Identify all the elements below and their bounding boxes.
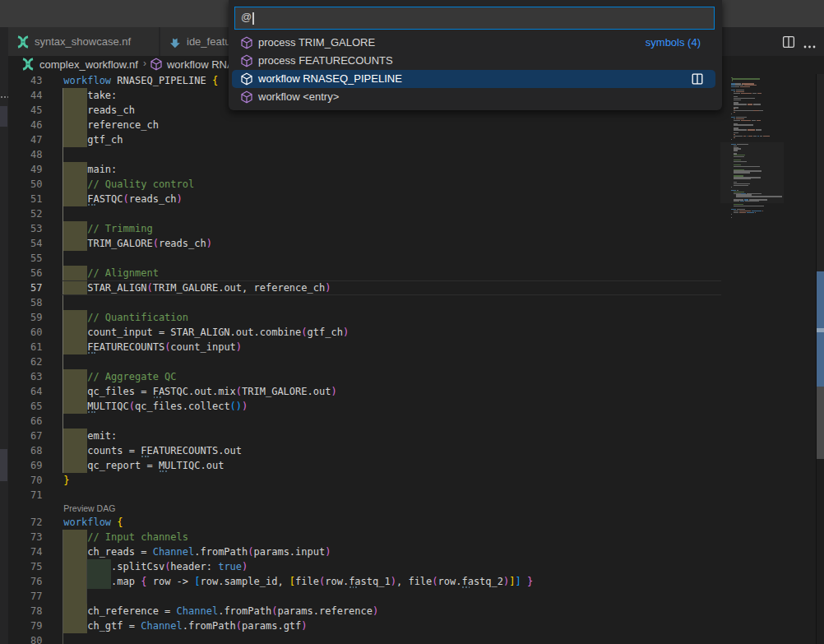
open-to-side-icon[interactable] bbox=[691, 72, 704, 86]
tab-ide-features[interactable]: ide_features.nf bbox=[160, 27, 232, 56]
minimap-line bbox=[732, 78, 761, 79]
line-number: 48 bbox=[8, 147, 43, 162]
codelens-preview-dag[interactable]: Preview DAG bbox=[63, 503, 115, 513]
background-window-right-sliver-lower bbox=[817, 459, 824, 644]
tab-label: syntax_showcase.nf bbox=[35, 35, 131, 48]
minimap-line bbox=[734, 100, 741, 100]
line-number: 68 bbox=[8, 443, 43, 458]
code-line-60: count_input = STAR_ALIGN.out.combine(gtf… bbox=[63, 325, 349, 340]
tab-syntax-showcase[interactable]: syntax_showcase.nf bbox=[8, 27, 159, 56]
quick-open-item-label: process TRIM_GALORE bbox=[258, 36, 375, 49]
code-line-50: // Quality control bbox=[63, 177, 194, 192]
line-number: 72 bbox=[8, 515, 43, 530]
code-line-53: // Trimming bbox=[63, 221, 152, 236]
code-line-51: FASTQC(reads_ch) bbox=[63, 192, 183, 206]
line-number: 60 bbox=[8, 325, 43, 340]
minimap-line bbox=[734, 93, 762, 94]
line-number: 51 bbox=[8, 192, 43, 206]
code-line-56: // Alignment bbox=[63, 266, 159, 280]
quick-open-widget: @ process TRIM_GALOREsymbols (4)process … bbox=[229, 0, 722, 110]
line-number: 77 bbox=[8, 589, 43, 604]
code-line-49: main: bbox=[63, 162, 117, 177]
code-line-44: take: bbox=[63, 88, 117, 103]
minimap-line bbox=[734, 136, 771, 137]
quick-open-item-label: workflow RNASEQ_PIPELINE bbox=[258, 72, 402, 85]
minimap-line bbox=[731, 217, 733, 218]
code-line-61: FEATURECOUNTS(count_input) bbox=[63, 340, 242, 354]
hint-dots bbox=[91, 411, 93, 413]
hint-dots bbox=[165, 470, 167, 472]
line-number: 79 bbox=[8, 619, 43, 633]
minimap-line bbox=[734, 124, 753, 125]
code-line-72: workflow { bbox=[63, 515, 123, 530]
minimap-line bbox=[734, 206, 764, 206]
text-cursor bbox=[252, 12, 254, 25]
line-number: 75 bbox=[8, 559, 43, 574]
minimap-line bbox=[734, 104, 762, 104]
quick-open-query: @ bbox=[241, 11, 252, 23]
indent-rainbow-band bbox=[63, 589, 87, 604]
more-actions-icon[interactable] bbox=[803, 39, 817, 53]
line-number: 59 bbox=[8, 310, 43, 325]
line-number: 66 bbox=[8, 414, 43, 429]
line-number: 53 bbox=[8, 221, 43, 236]
editor-actions bbox=[780, 27, 824, 56]
line-number: 44 bbox=[8, 88, 43, 103]
minimap-line bbox=[734, 120, 762, 121]
hint-dots bbox=[160, 396, 161, 398]
symbol-cube-icon bbox=[240, 72, 253, 86]
code-line-59: // Quantification bbox=[63, 310, 188, 325]
line-number: 76 bbox=[8, 574, 43, 589]
quick-open-group-badge: symbols (4) bbox=[646, 36, 701, 49]
code-line-68: counts = FEATURECOUNTS.out bbox=[63, 443, 242, 458]
background-window-left-sliver bbox=[0, 27, 8, 644]
left-sliver-item-1 bbox=[0, 106, 7, 127]
code-line-47: gtf_ch bbox=[63, 132, 123, 147]
code-line-74: ch_reads = Channel.fromPath(params.input… bbox=[63, 544, 331, 559]
line-number: 69 bbox=[8, 458, 43, 473]
code-line-43: workflow RNASEQ_PIPELINE { bbox=[63, 73, 218, 88]
hint-dots bbox=[465, 586, 467, 588]
code-line-54: TRIM_GALORE(reads_ch) bbox=[63, 236, 212, 251]
quick-open-list: process TRIM_GALOREsymbols (4)process FE… bbox=[232, 34, 715, 106]
left-sliver-item-2 bbox=[0, 449, 7, 481]
quick-open-item[interactable]: process FEATURECOUNTS bbox=[232, 52, 715, 70]
symbol-cube-icon bbox=[150, 58, 163, 71]
minimap-line bbox=[734, 129, 762, 130]
split-editor-icon[interactable] bbox=[782, 35, 795, 52]
code-line-73: // Input channels bbox=[63, 530, 188, 544]
line-number: 58 bbox=[8, 295, 43, 310]
line-number: 54 bbox=[8, 236, 43, 251]
hint-dots bbox=[88, 204, 90, 206]
background-window-right-sliver bbox=[817, 74, 824, 271]
code-line-75: .splitCsv(header: true) bbox=[63, 559, 248, 574]
breadcrumb-file[interactable]: complex_workflow.nf bbox=[39, 58, 138, 71]
minimap-line bbox=[734, 110, 764, 111]
line-number: 78 bbox=[8, 604, 43, 619]
quick-open-item[interactable]: process TRIM_GALOREsymbols (4) bbox=[232, 34, 715, 52]
line-number: 63 bbox=[8, 369, 43, 384]
quick-open-input[interactable]: @ bbox=[234, 7, 715, 30]
minimap-line bbox=[731, 139, 733, 140]
hint-dots bbox=[88, 411, 90, 413]
hint-dots bbox=[145, 456, 146, 457]
code-line-63: // Aggregate QC bbox=[63, 369, 176, 384]
minimap-line bbox=[731, 214, 733, 215]
line-number: 46 bbox=[8, 118, 43, 132]
line-number: 55 bbox=[8, 251, 43, 266]
line-number: 67 bbox=[8, 429, 43, 443]
minimap-slider[interactable] bbox=[720, 142, 784, 203]
hint-dots bbox=[350, 586, 351, 588]
quick-open-item[interactable]: workflow RNASEQ_PIPELINE bbox=[232, 70, 715, 88]
minimap-line bbox=[731, 114, 733, 114]
tab-label: ide_features.nf bbox=[187, 35, 232, 48]
editor-pane[interactable]: 4344454647484950515253545556575859606162… bbox=[8, 72, 817, 644]
hint-dots bbox=[141, 456, 143, 457]
quick-open-item[interactable]: workflow <entry> bbox=[232, 88, 715, 106]
hint-dots bbox=[355, 586, 357, 588]
vscode-window: syntax_showcase.nf ide_features.nf bbox=[0, 0, 824, 644]
symbol-cube-icon bbox=[240, 36, 253, 49]
line-number: 47 bbox=[8, 132, 43, 147]
code-line-45: reads_ch bbox=[63, 103, 135, 118]
symbol-cube-icon bbox=[240, 90, 253, 104]
